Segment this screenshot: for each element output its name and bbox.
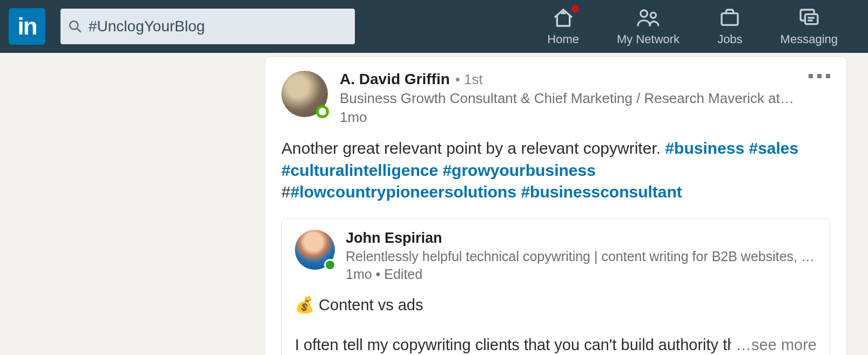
shared-body-line1: 💰 Content vs ads (295, 294, 817, 316)
notification-badge (570, 3, 581, 14)
post-time: 1mo (340, 109, 798, 126)
hashtag-business[interactable]: #business (665, 139, 744, 157)
presence-indicator (316, 105, 329, 118)
nav-home[interactable]: Home (547, 6, 579, 46)
connection-degree: • 1st (455, 71, 483, 88)
hashtag-culturalintelligence[interactable]: #culturalintelligence (281, 161, 438, 179)
search-input[interactable] (89, 18, 347, 35)
hashtag-businessconsultant[interactable]: #businessconsultant (521, 183, 682, 201)
nav-jobs-label: Jobs (717, 32, 742, 46)
author-headline: Business Growth Consultant & Chief Marke… (340, 90, 798, 107)
hashtag-growyourbusiness[interactable]: #growyourbusiness (442, 161, 595, 179)
svg-rect-6 (805, 14, 817, 24)
shared-body-truncated: I often tell my copywriting clients that… (295, 336, 731, 354)
post-meta: A. David Griffin • 1st Business Growth C… (340, 71, 798, 126)
people-icon (636, 7, 660, 29)
author-avatar[interactable] (281, 71, 328, 117)
search-box[interactable] (60, 9, 355, 44)
linkedin-logo[interactable]: in (9, 8, 45, 45)
nav-network[interactable]: My Network (617, 6, 679, 46)
post-header: A. David Griffin • 1st Business Growth C… (281, 71, 830, 126)
nav-network-label: My Network (617, 32, 679, 46)
nav-messaging[interactable]: Messaging (780, 6, 838, 46)
shared-header: John Espirian Relentlessly helpful techn… (295, 230, 817, 282)
global-nav: in Home My Network (0, 0, 868, 53)
linkedin-logo-text: in (17, 13, 36, 40)
shared-author-name[interactable]: John Espirian (346, 230, 817, 247)
see-more-button[interactable]: …see more (736, 336, 817, 354)
nav-home-label: Home (547, 32, 579, 46)
hashtag-lowcountrypioneersolutions[interactable]: #lowcountrypioneersolutions (291, 183, 516, 201)
feed: A. David Griffin • 1st Business Growth C… (265, 56, 868, 355)
shared-author-headline: Relentlessly helpful technical copywriti… (346, 249, 817, 264)
nav-jobs[interactable]: Jobs (717, 6, 742, 46)
shared-author-avatar[interactable] (295, 230, 335, 270)
post-menu-button[interactable] (809, 71, 830, 78)
svg-point-2 (641, 10, 648, 17)
svg-line-1 (77, 28, 80, 31)
post-text: Another great relevant point by a releva… (281, 139, 665, 157)
svg-point-3 (650, 12, 656, 18)
hash-literal: # (281, 183, 291, 201)
nav-menu: Home My Network Jobs (547, 6, 859, 46)
search-icon (68, 19, 82, 33)
nav-messaging-label: Messaging (780, 32, 838, 46)
hashtag-sales[interactable]: #sales (749, 139, 798, 157)
shared-post: John Espirian Relentlessly helpful techn… (281, 219, 830, 356)
briefcase-icon (719, 7, 741, 29)
svg-rect-4 (722, 13, 738, 25)
author-name[interactable]: A. David Griffin (340, 71, 450, 88)
post-body: Another great relevant point by a releva… (281, 138, 830, 203)
presence-indicator (324, 259, 336, 271)
shared-post-time: 1mo • Edited (346, 267, 817, 282)
messaging-icon (798, 7, 820, 29)
post-card: A. David Griffin • 1st Business Growth C… (265, 56, 847, 355)
